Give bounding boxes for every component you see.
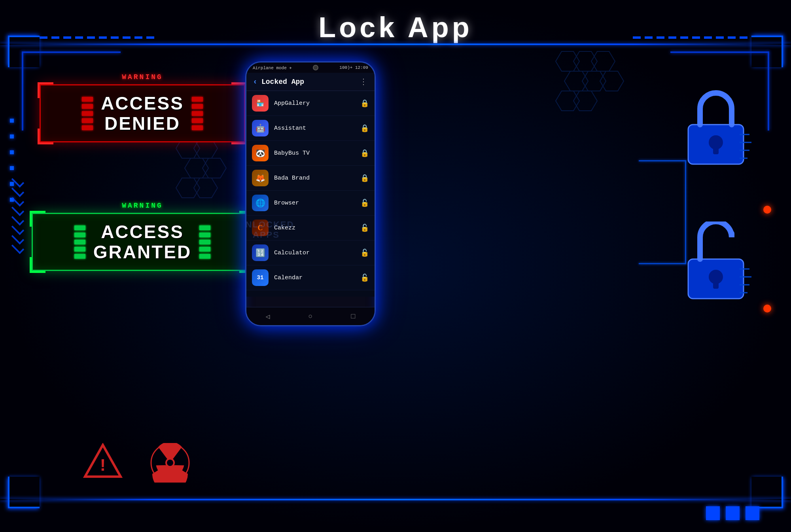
svg-text:!: !: [98, 456, 108, 476]
warning-label-red: WARNING: [40, 73, 245, 81]
app-row-calculator[interactable]: 🔢 Calculator 🔓: [246, 240, 375, 265]
more-options-button[interactable]: ⋮: [360, 77, 368, 87]
stripe-red-6: [192, 97, 203, 102]
access-granted-panel: WARNING ACCESSGRANTED: [32, 202, 253, 271]
app-row-calendar[interactable]: 31 Calendar 🔓: [246, 265, 375, 290]
circuit-h2: [639, 263, 686, 264]
bracket-br-red: [231, 129, 247, 144]
nav-home-button[interactable]: ○: [308, 312, 313, 320]
svg-marker-1: [573, 51, 597, 71]
app-row-cakezz[interactable]: C Cakezz 🔓 UNLOCKEDAPPS: [246, 216, 375, 240]
stripe-green-8: [199, 240, 210, 244]
svg-point-19: [167, 460, 173, 466]
hex-grid-top-right: [546, 47, 657, 119]
radiation-symbol-icon: [150, 443, 190, 485]
dot-2: [10, 134, 14, 138]
back-button[interactable]: ‹: [253, 77, 257, 86]
svg-marker-2: [591, 51, 615, 71]
frame-line-top-right: [670, 51, 769, 53]
stripe-red-5: [82, 125, 93, 130]
app-icon-calendar: 31: [252, 269, 269, 286]
app-icon-appgallery: 🏪: [252, 95, 269, 112]
nav-back-button[interactable]: ◁: [266, 312, 270, 321]
svg-marker-12: [176, 178, 200, 198]
app-list[interactable]: 🏪 AppGallery 🔒 🤖 Assistant 🔒 🐼 BabyBus T…: [246, 91, 375, 290]
app-name-browser: Browser: [274, 200, 360, 206]
denied-stripes-right: [192, 97, 203, 130]
stripe-red-4: [82, 118, 93, 123]
svg-marker-3: [564, 71, 588, 91]
lock-icon-browser[interactable]: 🔓: [360, 199, 369, 207]
stripe-green-4: [74, 247, 85, 252]
frame-line-left-vertical: [22, 51, 23, 131]
chevron-7: [11, 232, 25, 245]
square-2: [726, 506, 740, 520]
granted-stripes-right: [199, 225, 210, 259]
app-name-appgallery: AppGallery: [274, 100, 360, 107]
access-denied-text: ACCESSDENIED: [101, 93, 184, 133]
app-header-title: Locked App: [261, 78, 304, 86]
lock-icon-cakezz[interactable]: 🔓: [360, 223, 369, 232]
granted-stripes-left: [74, 225, 85, 259]
svg-marker-0: [556, 51, 579, 71]
app-name-babybus: BabyBus TV: [274, 150, 360, 157]
nav-recent-button[interactable]: □: [351, 312, 356, 320]
top-dash-right: [633, 36, 751, 39]
warning-triangle-icon: !: [83, 443, 123, 481]
stripe-red-3: [82, 111, 93, 116]
lock-icon-calendar[interactable]: 🔓: [360, 273, 369, 282]
dot-1: [10, 119, 14, 123]
svg-rect-22: [713, 144, 719, 154]
app-icon-bada: 🦊: [252, 170, 269, 186]
access-denied-panel: WARNING ACCESSDENIED: [40, 73, 245, 142]
phone-outer-frame: Airplane mode ✈ 100)+ 12:09 ‹ Locked App…: [245, 61, 376, 326]
bracket-bl-green: [30, 257, 45, 273]
top-dash-left: [40, 36, 158, 39]
phone-nav-bar: ◁ ○ □: [246, 307, 375, 325]
page-title: Lock App: [318, 11, 472, 44]
stripe-red-1: [82, 97, 93, 102]
stripe-green-2: [74, 233, 85, 237]
unlocked-padlock-icon: [680, 222, 751, 303]
app-icon-assistant: 🤖: [252, 120, 269, 136]
app-row-appgallery[interactable]: 🏪 AppGallery 🔒: [246, 91, 375, 116]
warning-label-green: WARNING: [32, 202, 253, 210]
square-3: [746, 506, 759, 520]
app-header-left: ‹ Locked App: [253, 77, 304, 86]
left-chevrons: [12, 178, 24, 251]
chevron-3: [11, 194, 25, 207]
bracket-tl-red: [38, 82, 53, 98]
lock-icon-bada[interactable]: 🔒: [360, 174, 369, 182]
denied-stripes-left: [82, 97, 93, 130]
lock-icon-appgallery[interactable]: 🔒: [360, 99, 369, 108]
stripe-red-7: [192, 104, 203, 109]
lock-icon-calculator[interactable]: 🔓: [360, 248, 369, 257]
svg-marker-13: [194, 178, 218, 198]
stripe-green-5: [74, 254, 85, 259]
locked-padlock-icon: [680, 87, 751, 168]
stripe-green-3: [74, 240, 85, 244]
app-header: ‹ Locked App ⋮: [246, 73, 375, 91]
app-row-babybus[interactable]: 🐼 BabyBus TV 🔒: [246, 141, 375, 166]
chevron-2: [11, 184, 25, 197]
lock-icon-babybus[interactable]: 🔒: [360, 149, 369, 157]
square-1: [706, 506, 720, 520]
status-airplane: Airplane mode ✈: [253, 65, 292, 70]
dot-3: [10, 150, 14, 154]
bracket-tr-red: [231, 82, 247, 98]
hex-grid-mid-left: [166, 134, 253, 206]
corner-br: [751, 477, 783, 508]
svg-marker-6: [556, 91, 579, 111]
app-icon-calculator: 🔢: [252, 244, 269, 261]
status-time: 100)+ 12:09: [339, 65, 368, 70]
app-name-calendar: Calendar: [274, 275, 360, 281]
stripe-green-10: [199, 254, 210, 259]
app-icon-cakezz: C: [252, 220, 269, 236]
svg-marker-5: [600, 71, 624, 91]
lock-icon-assistant[interactable]: 🔒: [360, 124, 369, 133]
app-row-assistant[interactable]: 🤖 Assistant 🔒: [246, 116, 375, 141]
stripe-red-10: [192, 125, 203, 130]
stripe-red-9: [192, 118, 203, 123]
app-row-bada[interactable]: 🦊 Bada Brand 🔒: [246, 166, 375, 191]
app-row-browser[interactable]: 🌐 Browser 🔓: [246, 191, 375, 216]
